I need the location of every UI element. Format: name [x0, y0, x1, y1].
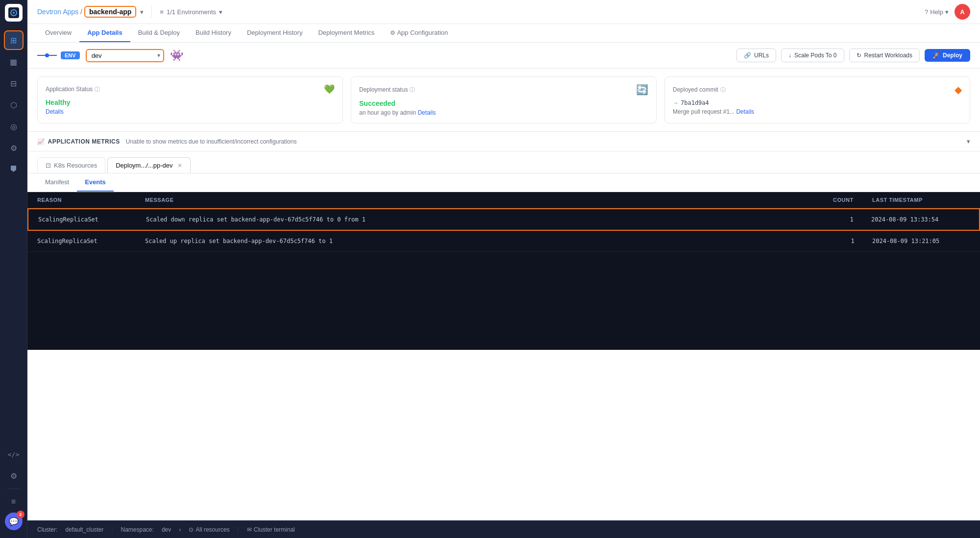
resource-tabs: ⊡ K8s Resources Deploym.../...pp-dev ✕ — [27, 151, 980, 173]
discord-button[interactable]: 💬 3 — [5, 513, 23, 530]
footer-cluster-terminal-link[interactable]: ✉ Cluster terminal — [247, 526, 295, 533]
svg-point-2 — [13, 12, 15, 14]
commit-message: Merge pull request #1... Details — [673, 108, 962, 115]
tab-build-history[interactable]: Build History — [188, 24, 239, 42]
restart-workloads-button[interactable]: ↻ Restart Workloads — [849, 49, 920, 62]
footer-sep2: | — [238, 526, 239, 533]
urls-button[interactable]: 🔗 URLs — [736, 49, 776, 62]
env-select[interactable]: dev — [86, 49, 164, 62]
deployed-commit-header: Deployed commit ⓘ ◆ — [673, 84, 962, 96]
pipeline-icon: 🔄 — [636, 84, 648, 96]
environments-dropdown-icon[interactable]: ▾ — [219, 8, 222, 16]
sidebar-item-dashboard[interactable]: ▦ — [4, 52, 24, 72]
avatar[interactable]: A — [955, 4, 970, 20]
git-icon: ◆ — [955, 84, 962, 96]
info-icon: ⓘ — [95, 86, 100, 93]
tab-deployment-metrics[interactable]: Deployment Metrics — [310, 24, 382, 42]
sidebar-item-security[interactable]: ⛊ — [4, 160, 24, 179]
gear-small-icon: ⚙ — [390, 29, 395, 36]
footer-sep1: | — [111, 526, 113, 533]
close-tab-icon[interactable]: ✕ — [177, 162, 182, 169]
dashboard-icon: ▦ — [10, 57, 17, 67]
events-empty-space — [27, 252, 980, 350]
filter-icon: ≡ — [160, 8, 164, 16]
deployment-status-card: Deployment status ⓘ 🔄 Succeeded an hour … — [351, 76, 657, 123]
sidebar-item-layers[interactable]: ≡ — [4, 492, 24, 512]
tab-deployment-history[interactable]: Deployment History — [239, 24, 310, 42]
stack-icon: ⊟ — [10, 79, 17, 88]
breadcrumb-dropdown-icon[interactable]: ▾ — [140, 8, 144, 16]
sidebar-item-helm[interactable]: ⬡ — [4, 95, 24, 115]
deployment-status-value: Succeeded — [359, 99, 648, 107]
tab-build-deploy[interactable]: Build & Deploy — [130, 24, 188, 42]
events-table-header: REASON MESSAGE COUNT LAST TIMESTAMP — [27, 192, 980, 208]
chart-icon: 📈 — [37, 138, 45, 145]
rocket-icon: 🚀 — [932, 52, 940, 59]
header-divider — [151, 6, 152, 18]
scale-icon: ↓ — [788, 52, 791, 59]
sidebar-item-settings[interactable]: ⚙ — [4, 138, 24, 158]
deploy-button[interactable]: 🚀 Deploy — [925, 49, 970, 62]
resources-icon: ⊙ — [189, 526, 194, 533]
table-row: ScalingReplicaSet Scaled down replica se… — [27, 208, 980, 231]
deployed-commit-title: Deployed commit ⓘ — [673, 86, 726, 94]
sidebar-item-apps[interactable]: ⊞ — [4, 30, 24, 50]
app-status-header: Application Status ⓘ 💚 — [46, 84, 335, 95]
terminal-icon: ✉ — [247, 526, 252, 533]
info-icon-2: ⓘ — [410, 86, 415, 94]
settings-icon: ⚙ — [10, 144, 17, 153]
tab-overview[interactable]: Overview — [37, 24, 79, 42]
environments-label: ≡ 1/1 Environments ▾ — [160, 8, 222, 16]
table-row: ScalingReplicaSet Scaled up replica set … — [27, 231, 980, 252]
svg-point-4 — [45, 53, 49, 57]
deployed-commit-card: Deployed commit ⓘ ◆ → 7ba1d9a4 Merge pul… — [664, 76, 970, 123]
help-button[interactable]: ? Help ▾ — [925, 8, 949, 16]
breadcrumb-separator: / — [80, 8, 82, 16]
app-status-details-link[interactable]: Details — [46, 108, 64, 115]
sidebar-item-stack[interactable]: ⊟ — [4, 73, 24, 93]
sidebar-logo[interactable] — [5, 4, 23, 22]
sidebar: ⊞ ▦ ⊟ ⬡ ◎ ⚙ ⛊ </> ⚙ ≡ 💬 3 — [0, 0, 27, 538]
deployment-status-title: Deployment status ⓘ — [359, 86, 415, 94]
k8s-resources-tab[interactable]: ⊡ K8s Resources — [37, 157, 105, 173]
footer-arrow-icon: › — [179, 526, 181, 533]
events-tab[interactable]: Events — [77, 173, 114, 192]
pipeline-svg — [37, 51, 57, 59]
link-icon: 🔗 — [744, 52, 751, 59]
manifest-tab[interactable]: Manifest — [37, 173, 77, 192]
k8s-icon: ⊡ — [46, 162, 51, 169]
metrics-chevron[interactable]: ▾ — [967, 138, 970, 145]
tab-app-details[interactable]: App Details — [79, 24, 130, 42]
sidebar-item-globe[interactable]: ◎ — [4, 117, 24, 136]
commit-arrow: → — [673, 99, 679, 106]
row1-message: Scaled down replica set backend-app-dev-… — [146, 216, 832, 223]
sidebar-item-code[interactable]: </> — [4, 444, 24, 464]
env-select-wrapper: dev — [86, 49, 164, 62]
deploym-tab[interactable]: Deploym.../...pp-dev ✕ — [107, 157, 191, 173]
info-icon-3: ⓘ — [720, 86, 726, 94]
deployment-status-header: Deployment status ⓘ 🔄 — [359, 84, 648, 96]
row1-timestamp: 2024-08-09 13:33:54 — [871, 216, 969, 223]
app-status-title: Application Status ⓘ — [46, 86, 100, 93]
app-status-card: Application Status ⓘ 💚 Healthy Details — [37, 76, 343, 123]
sub-tabs: Manifest Events — [27, 173, 980, 192]
events-table: REASON MESSAGE COUNT LAST TIMESTAMP Scal… — [27, 192, 980, 350]
gear-icon: ⚙ — [10, 471, 17, 481]
sidebar-item-gear[interactable]: ⚙ — [4, 466, 24, 486]
discord-badge: 3 — [17, 511, 24, 518]
deployment-details-link[interactable]: Details — [417, 109, 436, 116]
footer-all-resources-link[interactable]: ⊙ All resources — [189, 526, 229, 533]
alien-icon[interactable]: 👾 — [170, 49, 183, 62]
code-icon: </> — [8, 451, 19, 458]
scale-pods-button[interactable]: ↓ Scale Pods To 0 — [781, 49, 844, 62]
heart-icon: 💚 — [324, 84, 335, 95]
header-reason: REASON — [37, 197, 145, 203]
row2-count: 1 — [833, 238, 872, 245]
apps-icon: ⊞ — [10, 36, 17, 45]
header-timestamp: LAST TIMESTAMP — [872, 197, 970, 203]
row1-count: 1 — [832, 216, 871, 223]
breadcrumb-link[interactable]: Devtron Apps — [37, 8, 78, 16]
breadcrumb-current: backend-app — [84, 6, 136, 18]
tab-app-configuration[interactable]: ⚙ App Configuration — [382, 24, 456, 42]
commit-details-link[interactable]: Details — [736, 108, 754, 115]
